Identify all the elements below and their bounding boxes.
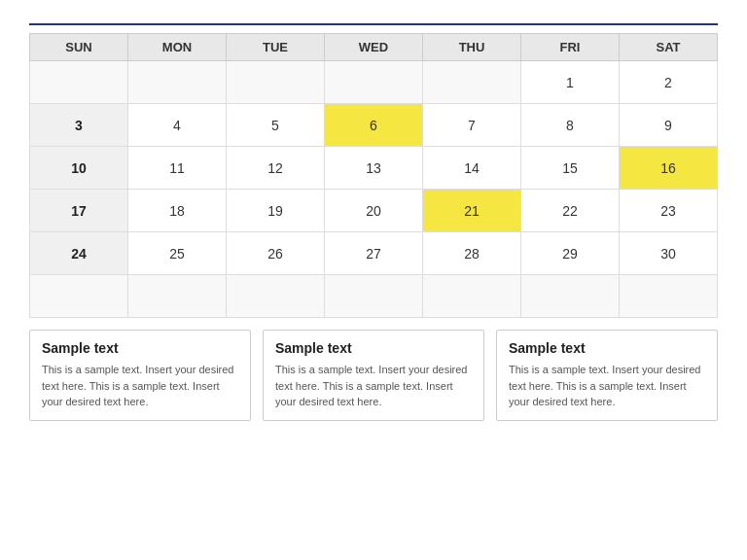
calendar-header-wed: WED (325, 34, 423, 61)
calendar-day (30, 61, 128, 104)
calendar-day[interactable]: 15 (521, 147, 620, 190)
calendar-header-fri: FRI (521, 34, 620, 61)
calendar-table: SUNMONTUEWEDTHUFRISAT 123456789101112131… (29, 33, 718, 318)
info-card-1: Sample textThis is a sample text. Insert… (29, 330, 251, 421)
calendar-day[interactable]: 20 (325, 190, 423, 232)
calendar-day (30, 275, 128, 318)
calendar-day (227, 61, 325, 104)
calendar-day (325, 61, 423, 104)
calendar-day (423, 275, 521, 318)
calendar-header-thu: THU (423, 34, 521, 61)
calendar-day[interactable]: 22 (521, 190, 620, 232)
calendar-day[interactable]: 11 (128, 147, 227, 190)
calendar-day[interactable]: 12 (227, 147, 325, 190)
calendar-header-tue: TUE (227, 34, 325, 61)
calendar-header-mon: MON (128, 34, 227, 61)
calendar-week-row: 10111213141516 (30, 147, 718, 190)
calendar-day (227, 275, 325, 318)
calendar-week-row (30, 275, 718, 318)
calendar-day[interactable]: 30 (620, 232, 718, 275)
calendar-day[interactable]: 29 (521, 232, 620, 275)
calendar-day[interactable]: 25 (128, 232, 227, 275)
calendar-day[interactable]: 28 (423, 232, 521, 275)
calendar-day[interactable]: 6 (325, 104, 423, 147)
calendar-day (128, 61, 227, 104)
calendar-week-row: 24252627282930 (30, 232, 718, 275)
calendar-day (521, 275, 620, 318)
card-title: Sample text (42, 340, 238, 356)
calendar-header-sun: SUN (30, 34, 128, 61)
card-title: Sample text (275, 340, 472, 356)
cards-section: Sample textThis is a sample text. Insert… (29, 330, 718, 421)
calendar-day[interactable]: 13 (325, 147, 423, 190)
calendar-day[interactable]: 21 (423, 190, 521, 232)
calendar-day[interactable]: 5 (227, 104, 325, 147)
calendar-day[interactable]: 26 (227, 232, 325, 275)
info-card-3: Sample textThis is a sample text. Insert… (496, 330, 718, 421)
calendar-day[interactable]: 3 (30, 104, 128, 147)
header-underline (29, 23, 718, 25)
calendar-day[interactable]: 10 (30, 147, 128, 190)
calendar-week-row: 3456789 (30, 104, 718, 147)
calendar-day[interactable]: 4 (128, 104, 227, 147)
calendar-day[interactable]: 9 (620, 104, 718, 147)
card-body: This is a sample text. Insert your desir… (42, 362, 238, 410)
calendar-day[interactable]: 2 (620, 61, 718, 104)
main-container: SUNMONTUEWEDTHUFRISAT 123456789101112131… (0, 0, 747, 436)
calendar-day[interactable]: 1 (521, 61, 620, 104)
calendar-day[interactable]: 7 (423, 104, 521, 147)
calendar-day (128, 275, 227, 318)
calendar-day (423, 61, 521, 104)
calendar-day (620, 275, 718, 318)
calendar-day[interactable]: 14 (423, 147, 521, 190)
calendar-day[interactable]: 27 (325, 232, 423, 275)
calendar-week-row: 17181920212223 (30, 190, 718, 232)
calendar-day[interactable]: 24 (30, 232, 128, 275)
calendar-day[interactable]: 8 (521, 104, 620, 147)
calendar-day[interactable]: 16 (620, 147, 718, 190)
calendar-day[interactable]: 18 (128, 190, 227, 232)
calendar-day[interactable]: 17 (30, 190, 128, 232)
calendar-day (325, 275, 423, 318)
calendar-day[interactable]: 23 (620, 190, 718, 232)
card-body: This is a sample text. Insert your desir… (275, 362, 472, 410)
calendar-week-row: 12 (30, 61, 718, 104)
card-title: Sample text (509, 340, 705, 356)
card-body: This is a sample text. Insert your desir… (509, 362, 705, 410)
info-card-2: Sample textThis is a sample text. Insert… (263, 330, 484, 421)
calendar-day[interactable]: 19 (227, 190, 325, 232)
calendar-header-sat: SAT (620, 34, 718, 61)
calendar-header-row: SUNMONTUEWEDTHUFRISAT (30, 34, 718, 61)
